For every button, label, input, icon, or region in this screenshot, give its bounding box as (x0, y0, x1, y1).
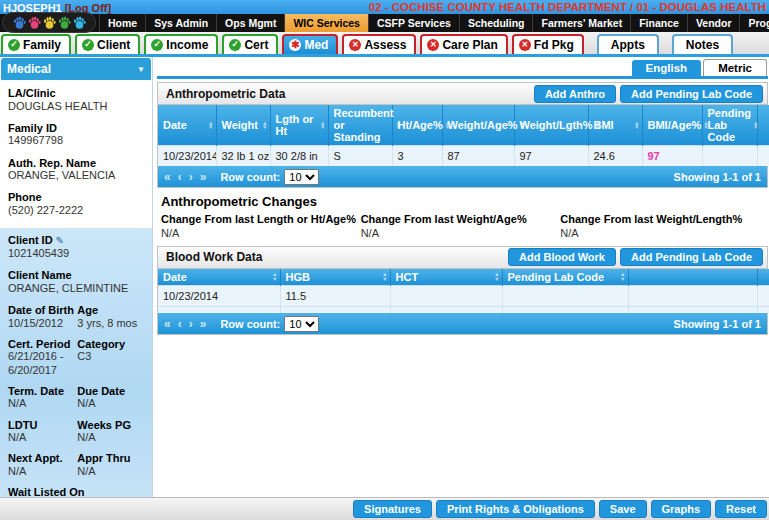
column-header-hgb[interactable]: HGB▲▼ (280, 269, 390, 286)
tab-label: Family (23, 38, 61, 52)
sort-icon[interactable]: ▲▼ (620, 272, 625, 281)
tab-assess[interactable]: ✕Assess (342, 34, 416, 54)
dob-value: 10/15/2012 (8, 317, 77, 330)
sort-icon[interactable]: ▲▼ (494, 272, 499, 281)
term-date-label: Term. Date (8, 385, 77, 398)
add-blood-work-button[interactable]: Add Blood Work (508, 248, 616, 266)
category-value: C3 (77, 350, 144, 363)
cell-recumbent: S (328, 146, 392, 167)
ldtu-label: LDTU (8, 419, 77, 432)
tab-client[interactable]: ✓Client (75, 34, 140, 54)
tab-notes[interactable]: Notes (672, 34, 733, 54)
chevron-down-icon: ▼ (137, 65, 145, 74)
menu-item-wic-services[interactable]: WIC Services (284, 14, 368, 32)
next-page-icon[interactable]: › (189, 317, 193, 331)
client-id-label: Client ID (8, 234, 53, 246)
column-header-date[interactable]: Date▲▼ (158, 269, 280, 286)
column-header-recumbent[interactable]: Recumbent or Standing▲▼ (328, 105, 392, 146)
anthropometric-panel-title: Anthropometric Data (166, 87, 530, 101)
age-value: 3 yrs, 8 mos (77, 317, 144, 330)
row-count-select[interactable]: 10 (284, 169, 319, 185)
sort-icon[interactable]: ▲▼ (382, 272, 387, 281)
cell-weight-age: 87 (442, 146, 514, 167)
change-weight-age: Change From last Weight/Age% N/A (361, 213, 561, 241)
column-header-hct[interactable]: HCT▲▼ (390, 269, 502, 286)
anthropometric-data-panel: Anthropometric Data Add Anthro Add Pendi… (157, 82, 768, 188)
next-page-icon[interactable]: › (189, 170, 193, 184)
column-header-bmi[interactable]: BMI▲▼ (588, 105, 642, 146)
tab-med[interactable]: ✱Med (282, 34, 338, 54)
menu-item-csfp-services[interactable]: CSFP Services (368, 14, 459, 32)
blood-work-table-row[interactable]: 10/23/2014 11.5 (158, 285, 769, 306)
column-header-date[interactable]: Date▲▼ (158, 105, 216, 146)
category-label: Category (77, 338, 144, 351)
last-page-icon[interactable]: » (200, 317, 207, 331)
sidebar-section-dropdown[interactable]: Medical ▼ (1, 58, 151, 80)
tab-fd-pkg[interactable]: ✕Fd Pkg (512, 34, 584, 54)
tab-label: Fd Pkg (534, 38, 574, 52)
menu-item-scheduling[interactable]: Scheduling (459, 14, 533, 32)
tab-cert[interactable]: ✓Cert (222, 34, 278, 54)
dob-label: Date of Birth (8, 304, 77, 317)
sidebar-section-title: Medical (7, 62, 51, 76)
tab-care-plan[interactable]: ✕Care Plan (420, 34, 507, 54)
sort-icon[interactable]: ▲▼ (208, 121, 213, 130)
main-menu-bar: Home Sys Admin Ops Mgmt WIC Services CSF… (0, 14, 769, 32)
save-button[interactable]: Save (599, 500, 647, 518)
cell-hct (390, 285, 502, 306)
column-header-blank (757, 105, 769, 146)
first-page-icon[interactable]: « (164, 317, 171, 331)
sort-icon[interactable]: ▲▼ (753, 121, 758, 130)
reset-button[interactable]: Reset (715, 500, 767, 518)
tab-income[interactable]: ✓Income (144, 34, 218, 54)
metric-units-button[interactable]: Metric (703, 59, 767, 76)
prev-page-icon[interactable]: ‹ (178, 317, 182, 331)
client-info-section: Client ID ✎ 1021405439 Client NameORANGE… (0, 228, 152, 497)
row-count-select[interactable]: 10 (284, 316, 319, 332)
column-header-bmi-age[interactable]: BMI/Age%▲▼ (642, 105, 702, 146)
column-header-pending-lab-code[interactable]: Pending Lab Code▲▼ (702, 105, 757, 146)
family-info-section: LA/ClinicDOUGLAS HEALTH Family ID1499677… (0, 80, 152, 228)
column-header-pending-lab-code[interactable]: Pending Lab Code▲▼ (502, 269, 628, 286)
add-pending-lab-code-button[interactable]: Add Pending Lab Code (620, 85, 763, 103)
handprint-icon (43, 16, 56, 30)
tab-appts[interactable]: Appts (597, 34, 659, 54)
tab-label: Care Plan (442, 38, 497, 52)
change-weight-length: Change From last Weight/Length% N/A (560, 213, 766, 241)
print-rights-obligations-button[interactable]: Print Rights & Obligations (436, 500, 595, 518)
tab-family[interactable]: ✓Family (1, 34, 71, 54)
anthro-table-row[interactable]: 10/23/2014 32 lb 1 oz 30 2/8 in S 3 87 9… (158, 146, 769, 167)
first-page-icon[interactable]: « (164, 170, 171, 184)
column-header-weight[interactable]: Weight▲▼ (216, 105, 270, 146)
last-page-icon[interactable]: » (200, 170, 207, 184)
handprint-icon (73, 16, 86, 30)
sort-icon[interactable]: ▲▼ (320, 121, 325, 130)
menu-item-program-integrity[interactable]: Program Integrity (739, 14, 769, 32)
column-header-weight-age[interactable]: Weight/Age%▲▼ (442, 105, 514, 146)
la-clinic-label: LA/Clinic (8, 87, 144, 100)
column-header-lgth-or-ht[interactable]: Lgth or Ht▲▼ (270, 105, 328, 146)
add-anthro-button[interactable]: Add Anthro (534, 85, 616, 103)
client-tab-bar: ✓Family ✓Client ✓Income ✓Cert ✱Med ✕Asse… (0, 32, 769, 57)
sort-icon[interactable]: ▲▼ (262, 121, 267, 130)
sort-icon[interactable]: ▲▼ (272, 272, 277, 281)
column-header-weight-lgth[interactable]: Weight/Lgth%▲▼ (514, 105, 588, 146)
menu-item-finance[interactable]: Finance (630, 14, 687, 32)
graphs-button[interactable]: Graphs (651, 500, 712, 518)
sort-icon[interactable]: ▲▼ (634, 121, 639, 130)
column-header-ht-age[interactable]: Ht/Age%▲▼ (392, 105, 442, 146)
signatures-button[interactable]: Signatures (353, 500, 432, 518)
english-units-button[interactable]: English (632, 60, 702, 76)
menu-item-farmers-market[interactable]: Farmers' Market (532, 14, 630, 32)
menu-item-ops-mgmt[interactable]: Ops Mgmt (216, 14, 284, 32)
blood-work-empty-row (158, 306, 769, 313)
add-pending-lab-code-button[interactable]: Add Pending Lab Code (620, 248, 763, 266)
menu-item-vendor[interactable]: Vendor (687, 14, 740, 32)
cell-weight: 32 lb 1 oz (216, 146, 270, 167)
menu-item-home[interactable]: Home (99, 14, 145, 32)
prev-page-icon[interactable]: ‹ (178, 170, 182, 184)
menu-item-sys-admin[interactable]: Sys Admin (145, 14, 216, 32)
edit-pencil-icon[interactable]: ✎ (56, 235, 64, 246)
units-toggle: English Metric (157, 57, 768, 79)
next-appt-label: Next Appt. (8, 452, 77, 465)
